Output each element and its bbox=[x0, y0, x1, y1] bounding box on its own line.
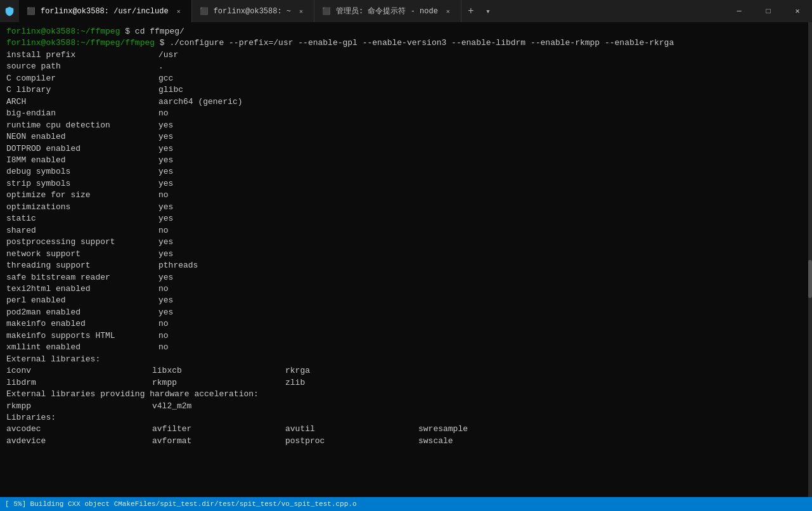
config-value: glibc bbox=[158, 84, 183, 96]
config-value: yes bbox=[158, 178, 173, 190]
config-key: optimize for size bbox=[6, 190, 158, 201]
tabs-area: ⬛ forlinx@ok3588: /usr/include ✕ ⬛ forli… bbox=[0, 0, 725, 22]
config-value: no bbox=[158, 108, 169, 119]
scrollbar-thumb[interactable] bbox=[808, 260, 812, 298]
terminal-line: makeinfo supports HTMLno bbox=[6, 330, 806, 342]
lib-entry: postproc bbox=[285, 436, 418, 447]
lib-entry: avfilter bbox=[152, 424, 285, 435]
section-header: External libraries: bbox=[6, 354, 806, 365]
config-key: I8MM enabled bbox=[6, 155, 158, 166]
tab-3[interactable]: ⬛ 管理员: 命令提示符 - node ✕ bbox=[314, 0, 461, 22]
terminal-output: forlinx@ok3588:~/ffmpeg $ cd ffmpeg/forl… bbox=[0, 22, 812, 497]
config-key: postprocessing support bbox=[6, 236, 158, 248]
config-key: pod2man enabled bbox=[6, 307, 158, 318]
config-key: DOTPROD enabled bbox=[6, 143, 158, 155]
config-value: yes bbox=[158, 295, 173, 306]
config-value: yes bbox=[158, 272, 173, 283]
config-value: aarch64 (generic) bbox=[158, 96, 243, 108]
config-key: makeinfo enabled bbox=[6, 318, 158, 330]
config-key: install prefix bbox=[6, 49, 158, 61]
close-button[interactable]: ✕ bbox=[783, 0, 812, 22]
lib-entry: avdevice bbox=[6, 436, 152, 447]
scrollbar[interactable] bbox=[808, 22, 812, 497]
tab-dropdown-button[interactable]: ▾ bbox=[480, 0, 496, 22]
config-value: no bbox=[158, 318, 169, 330]
terminal-line: network supportyes bbox=[6, 249, 806, 260]
config-key: safe bitstream reader bbox=[6, 272, 158, 283]
new-tab-button[interactable]: + bbox=[461, 0, 480, 22]
prompt-path: :~/ffmpeg bbox=[75, 26, 120, 37]
tab-1-close[interactable]: ✕ bbox=[174, 6, 184, 16]
terminal-line: NEON enabledyes bbox=[6, 131, 806, 143]
tab-1[interactable]: ⬛ forlinx@ok3588: /usr/include ✕ bbox=[19, 0, 192, 22]
terminal-line: makeinfo enabledno bbox=[6, 318, 806, 330]
lib-entry: v4l2_m2m bbox=[152, 401, 285, 412]
tab-1-label: forlinx@ok3588: /usr/include bbox=[41, 7, 169, 16]
terminal-line: avcodecavfilteravutilswresample bbox=[6, 424, 806, 435]
config-key: xmllint enabled bbox=[6, 342, 158, 353]
tab-2[interactable]: ⬛ forlinx@ok3588: ~ ✕ bbox=[192, 0, 314, 22]
config-value: no bbox=[158, 330, 169, 342]
titlebar: ⬛ forlinx@ok3588: /usr/include ✕ ⬛ forli… bbox=[0, 0, 812, 22]
terminal-content: forlinx@ok3588:~/ffmpeg $ cd ffmpeg/forl… bbox=[6, 26, 806, 447]
config-value: no bbox=[158, 190, 169, 201]
config-value: yes bbox=[158, 166, 173, 178]
shield-icon bbox=[4, 6, 15, 16]
minimize-button[interactable]: — bbox=[725, 0, 754, 22]
config-key: NEON enabled bbox=[6, 131, 158, 143]
terminal-line: strip symbolsyes bbox=[6, 178, 806, 190]
terminal-icon-2: ⬛ bbox=[200, 7, 209, 15]
terminal-line: libdrmrkmppzlib bbox=[6, 377, 806, 389]
config-key: strip symbols bbox=[6, 178, 158, 190]
window-controls: — □ ✕ bbox=[725, 0, 812, 22]
lib-entry: avcodec bbox=[6, 424, 152, 435]
statusbar: [ 5%] Building CXX object CMakeFiles/spi… bbox=[0, 497, 812, 511]
config-value: yes bbox=[158, 131, 173, 143]
terminal-line: C libraryglibc bbox=[6, 84, 806, 96]
terminal-line: optimizationsyes bbox=[6, 202, 806, 213]
config-key: ARCH bbox=[6, 96, 158, 108]
terminal-line: DOTPROD enabledyes bbox=[6, 143, 806, 155]
terminal-line: safe bitstream readeryes bbox=[6, 272, 806, 283]
config-key: threading support bbox=[6, 260, 158, 271]
terminal-line: source path. bbox=[6, 61, 806, 72]
terminal-line: xmllint enabledno bbox=[6, 342, 806, 353]
prompt-cmd: $ cd ffmpeg/ bbox=[120, 26, 184, 37]
lib-entry: rkmpp bbox=[152, 377, 285, 389]
terminal-line: staticyes bbox=[6, 213, 806, 224]
lib-entry: libxcb bbox=[152, 365, 285, 377]
terminal-line: threading supportpthreads bbox=[6, 260, 806, 271]
prompt-user: forlinx@ok3588 bbox=[6, 26, 75, 37]
terminal-line: ARCHaarch64 (generic) bbox=[6, 96, 806, 108]
config-key: big-endian bbox=[6, 108, 158, 119]
config-key: optimizations bbox=[6, 202, 158, 213]
terminal-line: rkmppv4l2_m2m bbox=[6, 401, 806, 412]
terminal-line: C compilergcc bbox=[6, 73, 806, 84]
config-key: runtime cpu detection bbox=[6, 120, 158, 131]
lib-entry: iconv bbox=[6, 365, 152, 377]
terminal-line: forlinx@ok3588:~/ffmpeg/ffmpeg $ ./confi… bbox=[6, 37, 806, 49]
lib-entry: zlib bbox=[285, 377, 418, 389]
terminal-line: big-endianno bbox=[6, 108, 806, 119]
maximize-button[interactable]: □ bbox=[754, 0, 783, 22]
config-value: yes bbox=[158, 236, 173, 248]
terminal-line: perl enabledyes bbox=[6, 295, 806, 306]
tab-3-close[interactable]: ✕ bbox=[443, 6, 453, 16]
terminal-line: runtime cpu detectionyes bbox=[6, 120, 806, 131]
terminal-line: postprocessing supportyes bbox=[6, 236, 806, 248]
lib-entry: swscale bbox=[418, 436, 551, 447]
config-value: yes bbox=[158, 143, 173, 155]
terminal-line: debug symbolsyes bbox=[6, 166, 806, 178]
config-key: static bbox=[6, 213, 158, 224]
config-value: yes bbox=[158, 249, 173, 260]
terminal-line: sharedno bbox=[6, 225, 806, 236]
section-header: Libraries: bbox=[6, 412, 806, 424]
config-key: texi2html enabled bbox=[6, 283, 158, 295]
config-key: C library bbox=[6, 84, 158, 96]
lib-entry: avformat bbox=[152, 436, 285, 447]
prompt-user: forlinx@ok3588 bbox=[6, 37, 75, 49]
tab-2-close[interactable]: ✕ bbox=[296, 6, 306, 16]
config-value: . bbox=[158, 61, 164, 72]
section-header: External libraries providing hardware ac… bbox=[6, 389, 806, 400]
config-value: no bbox=[158, 225, 169, 236]
